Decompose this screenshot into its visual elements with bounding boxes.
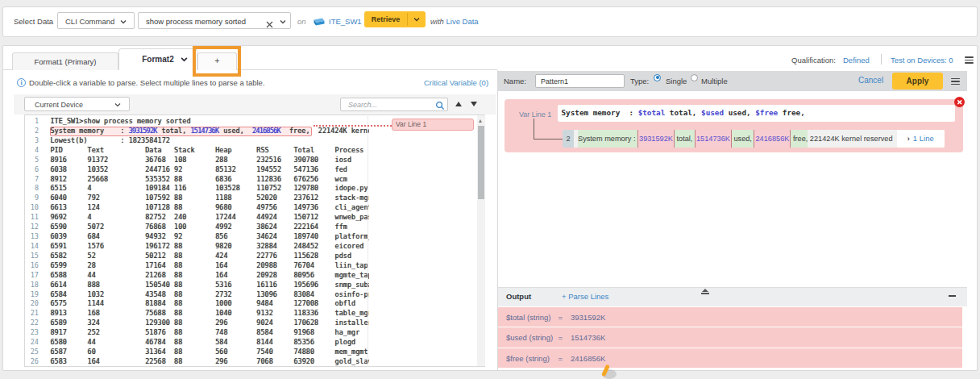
cursor-artifact	[600, 364, 614, 379]
code-line-18[interactable]: 186614 888 150540 88 5316 16116 195696 s…	[25, 281, 369, 290]
select-data-label: Select Data	[14, 17, 53, 26]
cancel-link[interactable]: Cancel	[858, 76, 883, 85]
code-line-26[interactable]: 266583 164 22568 88 296 7068 63920 gold_…	[25, 357, 369, 367]
radio-single-label: Single	[666, 77, 687, 85]
var-line-tag[interactable]: Var Line 1	[392, 119, 474, 131]
chevron-right-icon: ›	[907, 135, 910, 143]
qualification-label: Qualification:	[791, 56, 836, 65]
code-line-5[interactable]: 58916 91372 36768 108 288 232516 390780 …	[25, 156, 369, 165]
type-label: Type:	[630, 77, 649, 85]
radio-single[interactable]	[654, 74, 661, 81]
matched-lines-expander[interactable]: › 1 Line	[897, 130, 945, 148]
code-line-21[interactable]: 218913 168 75688 88 1040 9132 118336 tab…	[25, 309, 369, 319]
retrieve-label: Retrieve	[364, 11, 407, 27]
tab-format2-label: Format2	[142, 55, 173, 64]
search-placeholder: Search...	[348, 101, 377, 109]
retrieve-button[interactable]: Retrieve	[364, 11, 426, 27]
data-type-value: CLI Command	[65, 17, 114, 26]
device-scope-value: Current Device	[35, 101, 83, 109]
code-line-6[interactable]: 66038 10352 244716 92 85132 194552 54713…	[25, 165, 369, 175]
device-scope-select[interactable]: Current Device	[24, 97, 130, 111]
code-line-15[interactable]: 156582 52 50212 88 424 22776 115628 pdsd	[25, 252, 369, 261]
code-line-20[interactable]: 206575 1144 81884 88 1000 9484 127008 ob…	[25, 299, 369, 309]
code-line-8[interactable]: 86515 4 109184 116 103528 110752 129780 …	[25, 184, 369, 194]
code-line-25[interactable]: 256587 60 31364 88 560 7540 74880 mem_mg…	[25, 348, 369, 357]
chevron-down-icon[interactable]	[181, 56, 187, 62]
command-input[interactable]: show process memory sorted	[138, 12, 291, 29]
output-row-totalstring[interactable]: $total (string)=3931592K	[498, 307, 962, 327]
tab-format2[interactable]: Format2	[118, 48, 197, 70]
output-title: Output	[506, 292, 531, 301]
code-scrollbar[interactable]	[477, 115, 485, 366]
menu-icon[interactable]	[951, 78, 960, 85]
menu-icon[interactable]	[965, 56, 974, 64]
qualification-value-link[interactable]: Defined	[843, 56, 870, 65]
matched-line-number: 2	[563, 130, 574, 148]
lines-count-link[interactable]: 1 Line	[913, 134, 934, 143]
close-icon[interactable]	[954, 97, 965, 108]
command-value: show process memory sorted	[146, 17, 246, 26]
device-icon	[312, 15, 326, 25]
search-input[interactable]: Search...	[340, 98, 448, 111]
chevron-down-icon	[114, 102, 121, 108]
chevron-down-icon[interactable]	[280, 19, 286, 25]
live-data-link[interactable]: Live Data	[446, 17, 479, 26]
chevron-down-icon	[120, 19, 127, 25]
code-line-23[interactable]: 238917 252 51876 88 748 8584 91968 ha_mg…	[25, 328, 369, 338]
apply-button[interactable]: Apply	[892, 73, 943, 90]
radio-multiple[interactable]	[691, 74, 698, 81]
scrollbar-thumb[interactable]	[478, 126, 484, 199]
on-label: on	[297, 17, 306, 26]
radio-multiple-label: Multiple	[701, 77, 728, 85]
parse-hint-text: Double-click a variable to parse. Select…	[29, 78, 265, 87]
cli-output-box[interactable]: 1ITE_SW1>show process memory sorted2Syst…	[24, 115, 485, 367]
search-icon[interactable]	[435, 101, 442, 107]
parse-lines-link[interactable]: + Parse Lines	[562, 292, 608, 301]
code-line-10[interactable]: 106613 124 107128 88 9680 49756 149736 c…	[25, 203, 369, 213]
tab-format1[interactable]: Format1 (Primary)	[12, 52, 118, 70]
pattern-name-input[interactable]: Pattern1	[535, 74, 625, 88]
scroll-up-arrow[interactable]	[479, 119, 482, 123]
prev-match-button[interactable]	[455, 102, 462, 106]
code-line-17[interactable]: 176588 44 21268 88 164 20928 80956 mgmte…	[25, 271, 369, 281]
connector-elbow	[534, 119, 563, 140]
critical-variable-link[interactable]: Critical Variable (0)	[424, 78, 488, 87]
output-row-freestring[interactable]: $free (string)=2416856K	[498, 348, 962, 368]
code-line-19[interactable]: 196584 1032 43548 88 2732 13096 83084 os…	[25, 290, 369, 300]
matched-line-row: 2 System memory : 3931592K total, 151473…	[563, 130, 945, 148]
annotation-lane-divider	[368, 115, 368, 367]
code-line-13[interactable]: 136039 684 94932 92 856 34624 189740 pla…	[25, 232, 369, 242]
next-match-button[interactable]	[471, 102, 477, 106]
separator	[881, 54, 882, 65]
minimize-icon[interactable]	[949, 295, 956, 297]
code-line-2[interactable]: 2System memory : 3931592K total, 1514736…	[25, 127, 369, 136]
retrieve-dropdown[interactable]	[408, 11, 426, 27]
var-line-connector	[314, 125, 392, 127]
code-line-16[interactable]: 166599 28 17164 88 164 20988 76704 liin_…	[25, 261, 369, 271]
annotation-highlight-box	[193, 46, 241, 77]
code-line-24[interactable]: 246580 44 46784 88 584 8144 85356 plogd	[25, 338, 369, 348]
code-line-22[interactable]: 226589 324 129300 88 296 9024 170628 ins…	[25, 319, 369, 328]
var-line-1-label: Var Line 1	[519, 110, 551, 119]
code-line-12[interactable]: 126590 5072 76868 100 4992 38624 222164 …	[25, 223, 369, 232]
data-type-select[interactable]: CLI Command	[57, 12, 135, 29]
device-name-link[interactable]: ITE_SW1	[329, 17, 362, 26]
matched-line-text: System memory : 3931592K total, 1514736K…	[574, 130, 897, 148]
pattern-name-value: Pattern1	[541, 77, 568, 85]
code-line-14[interactable]: 146591 1576 196172 88 9820 32884 248452 …	[25, 242, 369, 252]
info-icon: i	[17, 78, 26, 87]
app-root: Select Data CLI Command show process mem…	[0, 0, 980, 379]
name-label: Name:	[504, 77, 526, 85]
clear-icon[interactable]	[266, 17, 273, 24]
test-on-devices-link[interactable]: Test on Devices: 0	[891, 56, 953, 65]
cli-output-code[interactable]: 1ITE_SW1>show process memory sorted2Syst…	[25, 117, 369, 367]
code-line-3[interactable]: 3Lowest(b) : 1823584172	[25, 136, 369, 146]
collapse-icon[interactable]	[701, 289, 709, 294]
with-label: with	[430, 17, 444, 26]
output-row-usedstring[interactable]: $used (string)=1514736K	[498, 327, 962, 347]
code-line-4[interactable]: 4PID Text Data Stack Heap RSS Total Proc…	[25, 146, 369, 156]
code-line-9[interactable]: 96040 792 107592 88 1188 52020 237612 st…	[25, 194, 369, 203]
code-line-7[interactable]: 78912 25668 535352 88 6836 112836 676256…	[25, 175, 369, 185]
code-line-11[interactable]: 119692 4 82752 240 17244 44924 150712 wn…	[25, 213, 369, 223]
pattern-input[interactable]: System memory : $total total, $used used…	[558, 105, 955, 122]
